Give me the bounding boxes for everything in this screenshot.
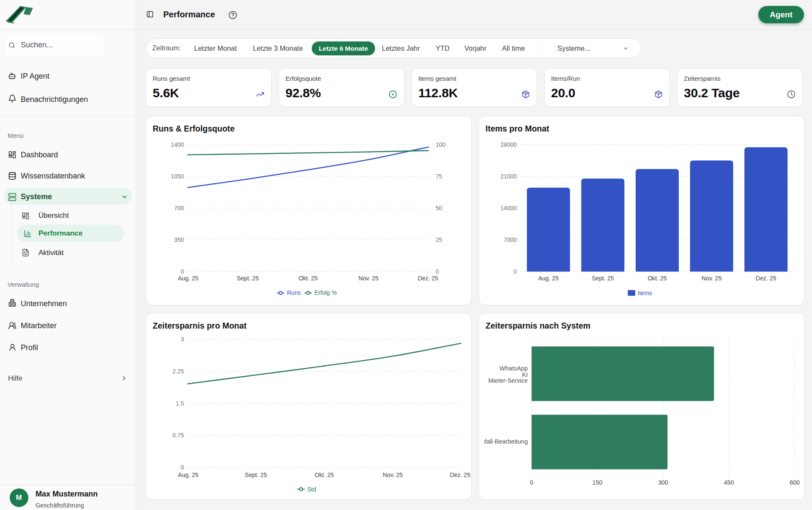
svg-text:0: 0 (181, 464, 184, 471)
svg-text:Aug. 25: Aug. 25 (538, 275, 559, 282)
svg-text:Aug. 25: Aug. 25 (178, 472, 198, 478)
svg-text:Nov. 25: Nov. 25 (383, 472, 403, 478)
svg-text:Dez. 25: Dez. 25 (418, 275, 438, 282)
svg-text:Okt. 25: Okt. 25 (647, 275, 667, 282)
svg-text:Mieter-Service: Mieter-Service (488, 377, 528, 384)
svg-text:2.25: 2.25 (173, 368, 184, 375)
svg-text:Dez. 25: Dez. 25 (756, 275, 776, 282)
svg-text:1050: 1050 (171, 173, 184, 180)
svg-text:Items: Items (638, 290, 652, 296)
svg-text:Okt. 25: Okt. 25 (315, 472, 334, 478)
svg-text:Sept. 25: Sept. 25 (245, 472, 267, 478)
svg-text:100: 100 (436, 141, 446, 148)
svg-text:1400: 1400 (171, 141, 184, 148)
svg-text:Schadensfall-Bearbeitung: Schadensfall-Bearbeitung (479, 438, 528, 445)
svg-text:0: 0 (436, 268, 439, 275)
svg-text:0: 0 (181, 268, 184, 275)
svg-text:150: 150 (593, 479, 603, 486)
svg-text:0.75: 0.75 (173, 432, 184, 439)
svg-text:28000: 28000 (500, 141, 517, 148)
svg-text:50: 50 (436, 205, 442, 211)
svg-text:14000: 14000 (500, 205, 517, 211)
svg-text:0: 0 (530, 479, 533, 486)
svg-text:350: 350 (174, 236, 184, 243)
svg-text:Sept. 25: Sept. 25 (592, 275, 614, 282)
svg-text:Std: Std (307, 486, 316, 493)
svg-text:Sept. 25: Sept. 25 (237, 275, 259, 282)
svg-text:1.5: 1.5 (176, 400, 184, 407)
svg-text:600: 600 (790, 479, 800, 486)
svg-text:3: 3 (181, 336, 184, 343)
svg-text:Nov. 25: Nov. 25 (359, 275, 379, 282)
svg-text:7000: 7000 (504, 236, 517, 243)
svg-text:75: 75 (436, 173, 442, 180)
svg-text:Okt. 25: Okt. 25 (299, 275, 318, 282)
svg-text:21000: 21000 (500, 173, 517, 180)
svg-text:300: 300 (658, 479, 668, 486)
svg-text:Nov. 25: Nov. 25 (702, 275, 721, 282)
svg-text:Runs: Runs (287, 289, 301, 296)
svg-text:700: 700 (174, 205, 184, 211)
svg-text:Dez. 25: Dez. 25 (450, 472, 470, 478)
svg-text:0: 0 (513, 268, 517, 275)
svg-text:Erfolg %: Erfolg % (315, 289, 337, 296)
svg-text:Aug. 25: Aug. 25 (178, 275, 198, 282)
svg-text:450: 450 (724, 479, 734, 486)
svg-text:25: 25 (436, 236, 442, 243)
